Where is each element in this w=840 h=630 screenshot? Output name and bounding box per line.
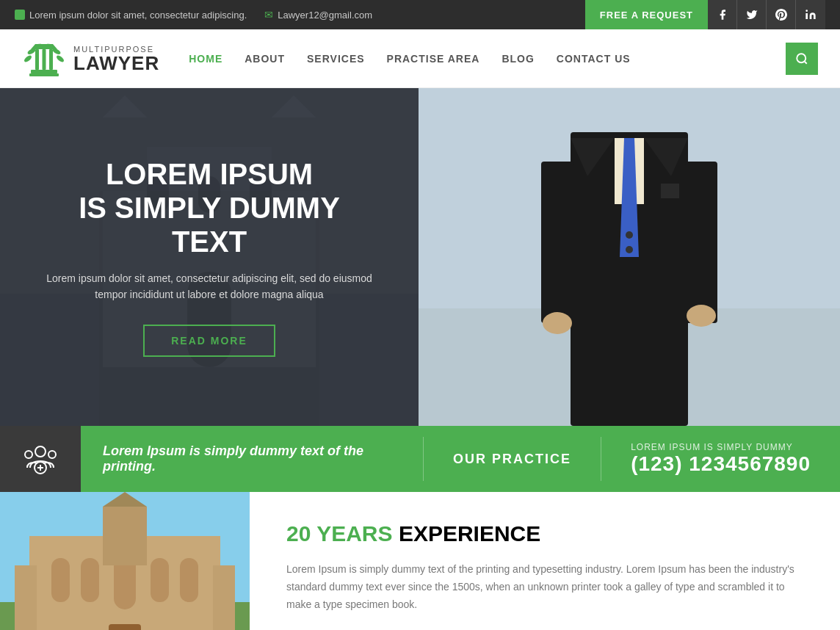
address-text: Lorem ipsum dolor sit amet, consectetur … <box>29 10 247 21</box>
logo-lawyer: LAWYER <box>73 54 159 73</box>
linkedin-icon[interactable] <box>796 0 825 29</box>
nav-about[interactable]: ABOUT <box>245 53 285 65</box>
facebook-icon[interactable] <box>708 0 737 29</box>
info-phone: LOREM IPSUM IS SIMPLY DUMMY (123) 123456… <box>601 426 840 492</box>
pinterest-icon[interactable] <box>767 0 796 29</box>
info-phone-label: LOREM IPSUM IS SIMPLY DUMMY <box>631 442 793 452</box>
svg-point-1 <box>23 54 32 63</box>
svg-rect-54 <box>180 558 198 602</box>
svg-point-34 <box>626 231 633 239</box>
search-icon <box>795 52 808 65</box>
top-bar-left: Lorem ipsum dolor sit amet, consectetur … <box>15 9 372 21</box>
hero-title: LOREM IPSUM IS SIMPLY DUMMY TEXT <box>44 157 374 258</box>
hero-title-line2: IS SIMPLY DUMMY TEXT <box>79 192 340 258</box>
svg-point-43 <box>48 451 56 458</box>
svg-rect-37 <box>541 162 573 323</box>
experience-years: 20 YEARS <box>286 521 393 546</box>
svg-marker-10 <box>31 44 57 49</box>
hero-content: LOREM IPSUM IS SIMPLY DUMMY TEXT Lorem i… <box>44 157 374 358</box>
group-icon <box>20 438 61 479</box>
svg-rect-9 <box>49 49 53 70</box>
svg-rect-55 <box>103 507 147 565</box>
free-request-button[interactable]: FREE A REQUEST <box>585 0 708 29</box>
svg-rect-59 <box>109 624 141 630</box>
svg-point-35 <box>626 246 633 253</box>
logo-icon <box>22 38 66 79</box>
logo: MULTIPURPOSE LAWYER <box>22 38 159 79</box>
hero-title-line1: LOREM IPSUM <box>106 158 313 190</box>
nav-blog[interactable]: BLOG <box>502 53 534 65</box>
svg-point-40 <box>687 305 716 327</box>
svg-point-41 <box>35 446 46 457</box>
top-bar: Lorem ipsum dolor sit amet, consectetur … <box>0 0 840 29</box>
svg-rect-8 <box>43 49 46 70</box>
svg-rect-36 <box>661 184 679 198</box>
svg-point-4 <box>55 54 65 63</box>
email-info: ✉ Lawyer12@gmail.com <box>264 9 372 21</box>
social-icons-group <box>708 0 825 29</box>
navigation: MULTIPURPOSE LAWYER HOME ABOUT SERVICES … <box>0 29 840 88</box>
svg-point-42 <box>25 451 32 458</box>
svg-rect-57 <box>15 565 37 630</box>
experience-content: 20 YEARS EXPERIENCE Lorem Ipsum is simpl… <box>250 492 840 630</box>
address-info: Lorem ipsum dolor sit amet, consectetur … <box>15 10 247 21</box>
experience-label: EXPERIENCE <box>399 521 540 546</box>
top-bar-right: FREE A REQUEST <box>585 0 825 29</box>
hero-subtitle: Lorem ipsum dolor sit amet, consectetur … <box>44 270 374 303</box>
experience-title: 20 YEARS EXPERIENCE <box>286 521 803 546</box>
experience-image <box>0 492 250 630</box>
logo-text: MULTIPURPOSE LAWYER <box>73 45 159 73</box>
info-icon-box <box>0 426 81 492</box>
nav-practise-area[interactable]: PRACTISE AREA <box>387 53 480 65</box>
address-dot-icon <box>15 10 25 20</box>
svg-rect-38 <box>685 162 717 323</box>
info-strip: Lorem Ipsum is simply dummy text of the … <box>0 426 840 492</box>
hero-cta-button[interactable]: READ MORE <box>143 325 275 357</box>
search-button[interactable] <box>786 43 818 75</box>
info-practice: OUR PRACTICE <box>424 426 601 492</box>
info-phone-number: (123) 1234567890 <box>631 452 811 476</box>
svg-point-39 <box>543 312 572 334</box>
svg-point-0 <box>805 10 808 12</box>
svg-line-14 <box>804 61 806 63</box>
svg-rect-12 <box>29 73 59 76</box>
nav-contact[interactable]: CONTACT US <box>557 53 631 65</box>
email-icon: ✉ <box>264 9 273 21</box>
svg-rect-11 <box>31 70 57 73</box>
nav-services[interactable]: SERVICES <box>307 53 365 65</box>
twitter-icon[interactable] <box>737 0 767 29</box>
hero-left: LOREM IPSUM IS SIMPLY DUMMY TEXT Lorem i… <box>0 88 419 426</box>
nav-home[interactable]: HOME <box>189 53 222 65</box>
svg-point-13 <box>797 54 805 62</box>
hero-section: LOREM IPSUM IS SIMPLY DUMMY TEXT Lorem i… <box>0 88 840 426</box>
info-tagline: Lorem Ipsum is simply dummy text of the … <box>81 426 423 492</box>
experience-para-2: It has survived not only five centuries,… <box>286 626 803 630</box>
svg-rect-58 <box>213 565 235 630</box>
hero-right <box>419 88 840 426</box>
svg-rect-53 <box>151 558 169 602</box>
experience-para-1: Lorem Ipsum is simply dummy text of the … <box>286 561 803 613</box>
svg-rect-50 <box>51 558 70 602</box>
experience-section: 20 YEARS EXPERIENCE Lorem Ipsum is simpl… <box>0 492 840 630</box>
svg-rect-51 <box>81 558 99 602</box>
email-text: Lawyer12@gmail.com <box>278 10 372 21</box>
svg-rect-7 <box>35 49 39 70</box>
nav-links: HOME ABOUT SERVICES PRACTISE AREA BLOG C… <box>189 53 786 65</box>
